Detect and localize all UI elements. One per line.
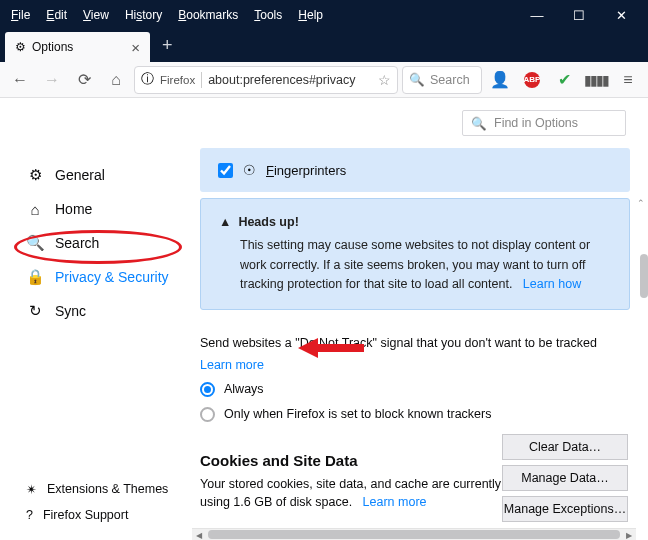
identity-label: Firefox — [160, 74, 195, 86]
search-bar[interactable]: 🔍 Search — [402, 66, 482, 94]
scroll-right-icon[interactable]: ▶ — [622, 529, 636, 540]
scrollbar-thumb[interactable] — [640, 254, 648, 298]
menu-tools[interactable]: Tools — [247, 4, 289, 26]
headsup-notice: ▲ Heads up! This setting may cause some … — [200, 198, 630, 310]
manage-exceptions-button[interactable]: Manage Exceptions… — [502, 496, 628, 522]
headsup-title: Heads up! — [238, 213, 298, 232]
close-window-button[interactable]: ✕ — [606, 8, 636, 23]
find-in-options[interactable]: 🔍 Find in Options — [462, 110, 626, 136]
info-icon: ⓘ — [141, 71, 154, 88]
content-area: ⌃ 🔍 Find in Options ⚙ General ⌂ Home 🔍 S… — [0, 98, 648, 540]
radio-always[interactable] — [200, 382, 215, 397]
sidebar-bottom: ✴ Extensions & Themes ? Firefox Support — [26, 476, 168, 528]
category-sidebar: ⚙ General ⌂ Home 🔍 Search 🔒 Privacy & Se… — [0, 98, 192, 540]
minimize-button[interactable]: — — [522, 8, 552, 23]
menu-help[interactable]: Help — [291, 4, 330, 26]
sidebar-item-label: Sync — [55, 303, 86, 319]
lock-icon: 🔒 — [26, 268, 44, 286]
hamburger-menu-icon[interactable]: ≡ — [614, 66, 642, 94]
dnt-learn-more-link[interactable]: Learn more — [200, 358, 264, 372]
cookies-description: Your stored cookies, site data, and cach… — [200, 475, 520, 513]
fingerprinters-checkbox[interactable] — [218, 163, 233, 178]
radio-label: Only when Firefox is set to block known … — [224, 407, 491, 421]
profile-icon[interactable]: 👤 — [486, 66, 514, 94]
gear-icon: ⚙ — [15, 40, 26, 54]
window-controls: — ☐ ✕ — [522, 8, 644, 23]
sync-icon: ↻ — [26, 302, 44, 320]
headsup-body: This setting may cause some websites to … — [219, 236, 611, 294]
tab-bar: ⚙ Options × + — [0, 30, 648, 62]
abp-icon[interactable]: ABP — [518, 66, 546, 94]
search-placeholder: Search — [430, 73, 470, 87]
home-button[interactable]: ⌂ — [102, 66, 130, 94]
sidebar-item-label: Search — [55, 235, 99, 251]
tab-label: Options — [32, 40, 73, 54]
clear-data-button[interactable]: Clear Data… — [502, 434, 628, 460]
sidebar-item-label: General — [55, 167, 105, 183]
search-icon: 🔍 — [26, 234, 44, 252]
hscroll-thumb[interactable] — [208, 530, 620, 539]
bookmark-star-icon[interactable]: ☆ — [378, 72, 391, 88]
menu-bookmarks[interactable]: Bookmarks — [171, 4, 245, 26]
divider — [201, 72, 202, 88]
forward-button[interactable]: → — [38, 66, 66, 94]
sidebar-item-sync[interactable]: ↻ Sync — [22, 294, 192, 328]
radio-known-trackers[interactable] — [200, 407, 215, 422]
cookies-learn-more-link[interactable]: Learn more — [363, 495, 427, 509]
cookies-body-text: Your stored cookies, site data, and cach… — [200, 477, 501, 510]
gear-icon: ⚙ — [26, 166, 44, 184]
close-tab-icon[interactable]: × — [131, 39, 140, 56]
horizontal-scrollbar[interactable]: ◀ ▶ — [192, 528, 636, 540]
cookies-buttons: Clear Data… Manage Data… Manage Exceptio… — [502, 434, 628, 522]
dnt-description: Send websites a "Do Not Track" signal th… — [200, 336, 630, 372]
menu-file[interactable]: File — [4, 4, 37, 26]
url-bar[interactable]: ⓘ Firefox about:preferences#privacy ☆ — [134, 66, 398, 94]
app-menu: File Edit View History Bookmarks Tools H… — [4, 4, 330, 26]
nav-toolbar: ← → ⟳ ⌂ ⓘ Firefox about:preferences#priv… — [0, 62, 648, 98]
maximize-button[interactable]: ☐ — [564, 8, 594, 23]
dnt-option-known-trackers[interactable]: Only when Firefox is set to block known … — [200, 407, 630, 422]
home-icon: ⌂ — [26, 201, 44, 218]
status-ok-icon[interactable]: ✔ — [550, 66, 578, 94]
fingerprinters-row: ☉ Fingerprinters — [200, 148, 630, 192]
sidebar-extensions[interactable]: ✴ Extensions & Themes — [26, 476, 168, 502]
manage-data-button[interactable]: Manage Data… — [502, 465, 628, 491]
puzzle-icon: ✴ — [26, 482, 37, 497]
sidebar-item-label: Home — [55, 201, 92, 217]
menu-edit[interactable]: Edit — [39, 4, 74, 26]
help-icon: ? — [26, 508, 33, 522]
url-text: about:preferences#privacy — [208, 73, 372, 87]
headsup-title-row: ▲ Heads up! — [219, 213, 611, 232]
sidebar-item-home[interactable]: ⌂ Home — [22, 192, 192, 226]
scroll-left-icon[interactable]: ◀ — [192, 529, 206, 540]
sidebar-item-general[interactable]: ⚙ General — [22, 158, 192, 192]
main-panel: ☉ Fingerprinters ▲ Heads up! This settin… — [192, 98, 648, 540]
back-button[interactable]: ← — [6, 66, 34, 94]
sidebar-bottom-label: Firefox Support — [43, 508, 128, 522]
menu-history[interactable]: History — [118, 4, 169, 26]
sidebar-support[interactable]: ? Firefox Support — [26, 502, 168, 528]
radio-label: Always — [224, 382, 264, 396]
dnt-option-always[interactable]: Always — [200, 382, 630, 397]
fingerprint-icon: ☉ — [243, 162, 256, 178]
search-icon: 🔍 — [409, 72, 425, 87]
new-tab-button[interactable]: + — [150, 29, 185, 62]
scroll-up-icon[interactable]: ⌃ — [637, 198, 645, 208]
tab-options[interactable]: ⚙ Options × — [5, 32, 150, 62]
learn-how-link[interactable]: Learn how — [523, 277, 581, 291]
menu-view[interactable]: View — [76, 4, 116, 26]
sidebar-item-search[interactable]: 🔍 Search — [22, 226, 192, 260]
sidebar-item-privacy[interactable]: 🔒 Privacy & Security — [22, 260, 192, 294]
find-placeholder: Find in Options — [494, 116, 578, 130]
fingerprinters-label: Fingerprinters — [266, 163, 346, 178]
sidebar-bottom-label: Extensions & Themes — [47, 482, 168, 496]
library-icon[interactable]: ▮▮▮▮ — [582, 66, 610, 94]
warning-icon: ▲ — [219, 213, 231, 232]
sidebar-item-label: Privacy & Security — [55, 269, 169, 285]
menu-bar: File Edit View History Bookmarks Tools H… — [0, 0, 648, 30]
reload-button[interactable]: ⟳ — [70, 66, 98, 94]
dnt-text: Send websites a "Do Not Track" signal th… — [200, 336, 597, 350]
search-icon: 🔍 — [471, 116, 487, 131]
